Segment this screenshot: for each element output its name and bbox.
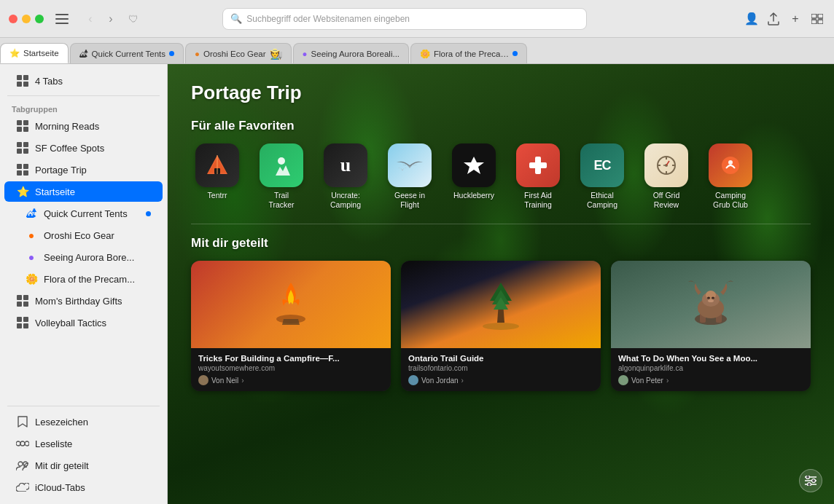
tab-flora[interactable]: 🌼 Flora of the Precambi... [410, 43, 527, 63]
svg-point-64 [708, 299, 714, 302]
tabs-count-label: 4 Tabs [35, 76, 63, 87]
tabs-icon[interactable] [809, 11, 825, 27]
maximize-button[interactable] [35, 15, 44, 23]
svg-rect-18 [23, 149, 28, 154]
sidebar-item-sf-coffee[interactable]: SF Coffee Spots [4, 138, 163, 158]
ontario-author-label: Von Jordan [421, 377, 459, 385]
svg-rect-21 [17, 170, 22, 176]
moose-author-label: Von Peter [631, 377, 663, 385]
back-button[interactable]: ‹ [82, 10, 99, 28]
tab-aurora[interactable]: ● Seeing Aurora Boreali... [293, 43, 409, 63]
moose-title: What To Do When You See a Moo... [618, 354, 803, 363]
share-icon[interactable] [765, 11, 782, 27]
svg-rect-23 [17, 295, 22, 300]
svg-rect-22 [23, 170, 28, 176]
sidebar-item-icloud[interactable]: iCloud-Tabs [4, 477, 163, 497]
tabs-grid-icon [16, 74, 29, 87]
sidebar-item-oroshi[interactable]: ● Oroshi Eco Gear [4, 225, 163, 245]
favorite-camping-grub[interactable]: CampingGrub Club [704, 143, 757, 209]
sidebar-item-quick-current[interactable]: 🏕 Quick Current Tents [4, 203, 163, 224]
favorite-trail[interactable]: TrailTracker [255, 143, 308, 209]
tab-startseite[interactable]: ⭐ Startseite [0, 43, 69, 63]
tab-oroshi[interactable]: ● Oroshi Eco Gear 🧑‍🌾 [185, 43, 292, 63]
traffic-lights [9, 15, 44, 23]
profile-icon[interactable]: 👤 [744, 11, 760, 27]
minimize-button[interactable] [22, 15, 31, 23]
lesezeichen-icon [16, 415, 29, 428]
offgrid-label: Off GridReview [653, 191, 680, 209]
address-bar[interactable]: 🔍 Suchbegriff oder Websitenamen eingeben [222, 8, 587, 30]
favorite-tentrr[interactable]: Tentrr [191, 143, 243, 209]
tab-favicon-quick: 🏕 [79, 50, 88, 58]
ontario-title: Ontario Trail Guide [408, 354, 593, 363]
firstaid-icon [516, 143, 560, 187]
sidebar-item-aurora[interactable]: ● Seeing Aurora Bore... [4, 247, 163, 267]
svg-rect-24 [23, 295, 28, 300]
shared-card-ontario[interactable]: Ontario Trail Guide trailsofontario.com … [401, 261, 601, 391]
svg-rect-19 [17, 164, 22, 169]
svg-rect-15 [17, 142, 22, 147]
sidebar-item-morning-reads[interactable]: Morning Reads [4, 116, 163, 136]
sidebar-item-leseliste[interactable]: Leseliste [4, 433, 163, 454]
nav-buttons: ‹ › [82, 10, 120, 28]
shared-card-campfire[interactable]: Tricks For Building a Campfire—F... wayo… [191, 261, 391, 391]
tabbar: ⭐ Startseite 🏕 Quick Current Tents ● Oro… [0, 38, 834, 64]
svg-rect-11 [17, 120, 22, 125]
shared-grid: Tricks For Building a Campfire—F... wayo… [191, 261, 811, 391]
favorite-offgrid[interactable]: Off GridReview [640, 143, 693, 209]
sidebar-tabs-count[interactable]: 4 Tabs [4, 71, 163, 90]
portage-trip-icon [16, 163, 29, 176]
svg-rect-26 [23, 302, 28, 307]
svg-marker-41 [464, 157, 484, 174]
tab-label-quick: Quick Current Tents [92, 50, 165, 58]
ontario-image [401, 261, 601, 348]
moose-avatar [618, 375, 628, 385]
sidebar-item-portage-trip[interactable]: Portage Trip [4, 160, 163, 180]
content-scroll: Portage Trip Für alle Favoriten Tentrr [168, 64, 834, 504]
volleyball-icon [16, 316, 29, 329]
favorite-geese[interactable]: Geese inFlight [383, 143, 436, 209]
svg-rect-29 [17, 323, 22, 328]
favorite-ethical[interactable]: EC EthicalCamping [576, 143, 628, 209]
new-tab-icon[interactable]: + [787, 11, 803, 27]
favorite-uncrate[interactable]: u Uncrate:Camping [319, 143, 372, 209]
sidebar-divider-bottom [7, 406, 160, 406]
sidebar-item-startseite[interactable]: ⭐ Startseite [4, 181, 163, 202]
favorite-huckleberry[interactable]: Huckleberry [448, 143, 500, 209]
content-pane: Portage Trip Für alle Favoriten Tentrr [168, 64, 834, 504]
campfire-avatar [198, 375, 208, 385]
svg-rect-43 [529, 162, 547, 168]
sidebar-item-lesezeichen[interactable]: Lesezeichen [4, 412, 163, 432]
close-button[interactable] [9, 15, 17, 23]
svg-rect-17 [17, 149, 22, 154]
moose-chevron: › [666, 377, 669, 385]
aurora-label: Seeing Aurora Bore... [44, 252, 134, 263]
huckleberry-icon [452, 143, 496, 187]
portage-trip-label: Portage Trip [35, 165, 87, 176]
svg-point-63 [712, 297, 714, 299]
sidebar-item-mit-dir[interactable]: Mit dir geteilt [4, 455, 163, 476]
moose-image [611, 261, 811, 348]
svg-rect-25 [17, 302, 22, 307]
sidebar-item-flora[interactable]: 🌼 Flora of the Precam... [4, 269, 163, 289]
sidebar-item-moms[interactable]: Mom's Birthday Gifts [4, 291, 163, 311]
forward-button[interactable]: › [102, 10, 120, 28]
svg-point-62 [707, 297, 710, 299]
sidebar-dot-quick [146, 211, 151, 216]
leseliste-label: Leseliste [35, 438, 72, 449]
sidebar-toggle-button[interactable] [55, 13, 70, 25]
svg-rect-13 [17, 127, 22, 132]
svg-point-31 [16, 441, 20, 446]
search-icon: 🔍 [230, 13, 242, 24]
tab-favicon-aurora: ● [303, 50, 308, 58]
favorite-firstaid[interactable]: First AidTraining [512, 143, 564, 209]
camping-grub-label: CampingGrub Club [713, 191, 748, 209]
tab-favicon-startseite: ⭐ [9, 48, 20, 58]
shared-card-moose[interactable]: What To Do When You See a Moo... algonqu… [611, 261, 811, 391]
tab-quick-current[interactable]: 🏕 Quick Current Tents [70, 43, 184, 63]
tab-favicon-flora: 🌼 [420, 49, 430, 59]
svg-rect-3 [811, 14, 817, 18]
tab-dot-flora [513, 51, 518, 56]
sidebar-item-volleyball[interactable]: Volleyball Tactics [4, 312, 163, 333]
sidebar: 4 Tabs Tabgruppen Morning Reads SF Coffe… [0, 64, 168, 504]
